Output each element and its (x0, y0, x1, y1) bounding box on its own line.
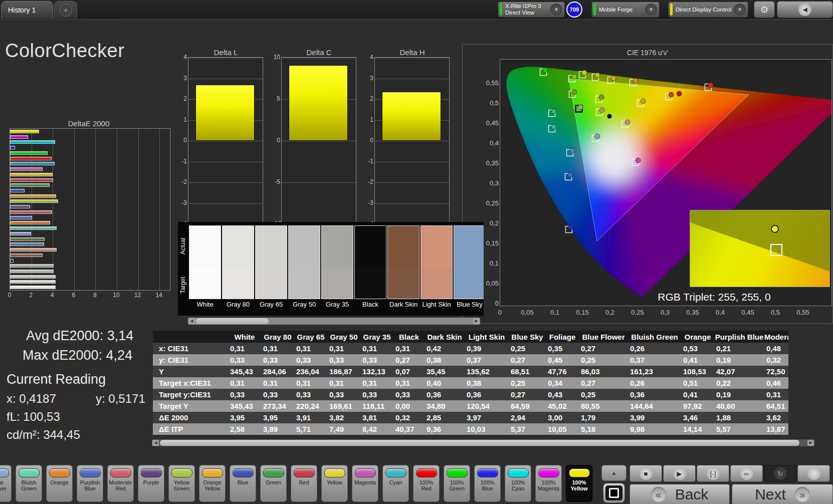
arrow-left-icon: ◀ (798, 3, 811, 16)
extra-button[interactable] (797, 465, 830, 482)
target-patch (421, 268, 452, 299)
pattern-button-100-cyan[interactable]: 100%Cyan (505, 465, 531, 502)
scroll-left-icon[interactable]: ◀ (152, 440, 159, 446)
y-tick-label: 5 (273, 95, 280, 102)
table-row: Target Y345,43273,34220,24169,61118,110,… (153, 400, 788, 412)
gridline (282, 182, 356, 183)
swatch-scrollbar[interactable]: ◀ ▶ (188, 318, 480, 325)
table-cell: 0,25 (509, 379, 546, 387)
pattern-button-cyan[interactable]: Cyan (382, 465, 409, 502)
pattern-button-red[interactable]: Red (291, 465, 317, 502)
deltae-bar-light-skin (10, 248, 57, 251)
cie-y-tick-label: 0 (482, 300, 499, 307)
scroll-right-icon[interactable]: ▶ (473, 318, 480, 324)
table-scrollbar[interactable]: ◀ ▶ (152, 439, 814, 446)
chevron-down-icon[interactable]: ▼ (550, 4, 562, 16)
stop-icon: ■ (640, 467, 653, 480)
pattern-button-bluish-green[interactable]: BluishGreen (16, 465, 42, 502)
color-pill (416, 468, 437, 477)
column-header: Purplish Blue (714, 333, 764, 341)
y-tick-label: 3 (179, 75, 187, 82)
gridline (188, 203, 263, 204)
swatch-scroll-thumb[interactable] (196, 318, 269, 324)
gridline (74, 129, 75, 290)
loop-button[interactable]: ∞ (730, 465, 763, 482)
cie-x-tick-label: 0,3 (655, 309, 675, 316)
play-button[interactable]: ▶ (663, 465, 696, 482)
source-status-bar (593, 4, 596, 16)
refresh-button[interactable]: ↻ (764, 465, 796, 482)
settings-button[interactable]: ⚙ (754, 1, 775, 18)
scroll-left-icon[interactable]: ◀ (188, 318, 195, 324)
pattern-button-purple[interactable]: Purple (138, 465, 164, 502)
table-cell: 0,33 (228, 390, 261, 399)
pattern-button-100-magenta[interactable]: 100%Magenta (535, 465, 562, 502)
table-cell: 0,33 (327, 390, 360, 399)
cie-x-tick-label: 0,2 (600, 309, 620, 316)
actual-patch (388, 226, 419, 268)
scroll-right-icon[interactable]: ▶ (807, 440, 814, 446)
page-title: ColorChecker (5, 40, 124, 62)
pattern-button-100-red[interactable]: 100%Red (413, 465, 440, 502)
pattern-button-yellow[interactable]: Yellow (321, 465, 348, 502)
pattern-label: BlueFlower (0, 479, 7, 491)
deltae2000-chart-title: DeltaE 2000 (7, 119, 170, 128)
table-cell: 0,34 (546, 379, 579, 387)
color-pill (385, 468, 406, 477)
chevron-down-icon[interactable]: ▼ (734, 4, 746, 16)
pattern-button-100-yellow[interactable]: 100%Yellow (566, 465, 592, 502)
table-cell: 13,87 (764, 425, 788, 433)
table-cell: 86,03 (579, 367, 628, 376)
pattern-window-button[interactable] (603, 483, 625, 503)
pattern-button-blue-flower[interactable]: BlueFlower (0, 465, 12, 502)
workflow-status-bar (670, 4, 673, 16)
table-cell: 14,14 (681, 425, 714, 433)
chevron-down-icon[interactable]: ▼ (645, 4, 657, 16)
back-button[interactable]: « Back (630, 484, 730, 504)
collapse-panel-button[interactable]: ◀ (777, 1, 833, 18)
pattern-button-green[interactable]: Green (260, 465, 287, 502)
swatch-label: Gray 80 (222, 301, 254, 308)
table-cell: 0,26 (628, 379, 681, 387)
pattern-button-orange[interactable]: Orange (46, 465, 73, 502)
cie-y-tick-label: 0,55 (482, 79, 499, 87)
rec709-badge[interactable]: 709 (566, 2, 582, 18)
meter-dropdown[interactable]: X-Rite i1Pro 3Direct View ▼ (498, 2, 565, 18)
tab-history1[interactable]: History 1 (1, 1, 53, 19)
new-tab-button[interactable]: + (54, 1, 77, 19)
table-cell: 3,91 (294, 413, 327, 422)
meter-mode: Direct View (505, 10, 541, 16)
pattern-button-orange-yellow[interactable]: OrangeYellow (199, 465, 226, 502)
pattern-button-yellow-green[interactable]: YellowGreen (168, 465, 195, 502)
pattern-button-magenta[interactable]: Magenta (352, 465, 378, 502)
color-pill (355, 468, 376, 477)
cie-x-tick-label: 0,55 (793, 309, 813, 316)
pattern-button-moderate-red[interactable]: ModerateRed (107, 465, 134, 502)
deltae-bar-100-green (10, 151, 48, 155)
expand-patterns-button[interactable]: ▲ (601, 465, 627, 481)
table-scroll-thumb[interactable] (160, 440, 799, 446)
pattern-label: 100%Cyan (511, 479, 525, 491)
target-row-label: Target (179, 267, 186, 303)
pattern-label: 100%Green (449, 479, 465, 491)
cie-y-tick-label: 0,25 (482, 199, 499, 207)
deltae-bar-blue (10, 189, 25, 192)
refresh-icon: ↻ (774, 467, 787, 480)
table-cell: 0,31 (393, 344, 425, 353)
y-tick-label: -2 (179, 178, 187, 185)
pattern-button-100-green[interactable]: 100%Green (444, 465, 470, 502)
table-cell: 118,11 (360, 402, 393, 410)
pattern-button-purplish-blue[interactable]: PurplishBlue (77, 465, 103, 502)
pattern-label: Cyan (389, 479, 402, 485)
chevron-up-icon: ▲ (611, 470, 617, 476)
pattern-button-blue[interactable]: Blue (230, 465, 256, 502)
extra-icon (807, 467, 820, 480)
swatch-label: Gray 50 (288, 301, 320, 308)
workflow-dropdown[interactable]: Direct Display Control ▼ (668, 2, 748, 18)
next-button[interactable]: Next » (732, 484, 833, 504)
range-button[interactable]: [-] (697, 465, 729, 482)
cie-measured-dot (570, 148, 575, 153)
source-dropdown[interactable]: Mobile Forge ▼ (591, 2, 660, 18)
pattern-button-100-blue[interactable]: 100%Blue (474, 465, 501, 502)
stop-button[interactable]: ■ (630, 465, 662, 482)
